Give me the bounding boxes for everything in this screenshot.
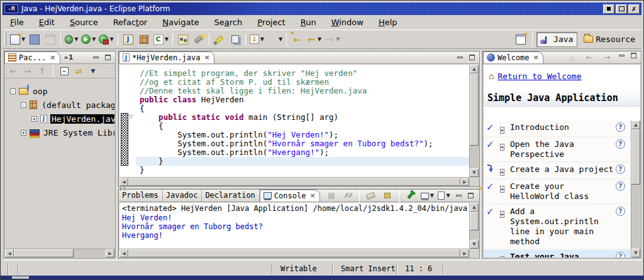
sash-editor-console[interactable] xyxy=(118,187,480,189)
console-tab-problems[interactable]: Problems xyxy=(119,190,163,202)
new-java-project-button[interactable] xyxy=(121,32,136,47)
new-wizard-button[interactable]: ▼ xyxy=(9,32,26,47)
console-tab-declaration[interactable]: Declaration xyxy=(202,190,259,202)
scroll-left-icon[interactable]: ◀ xyxy=(5,249,14,257)
scroll-up-icon[interactable]: ▲ xyxy=(470,65,479,73)
maximize-window-button[interactable] xyxy=(616,4,627,14)
scroll-left-icon[interactable]: ◀ xyxy=(119,249,128,257)
editor-vscrollbar[interactable]: ▲ ▼ xyxy=(469,65,479,177)
dropdown-icon[interactable]: ▼ xyxy=(446,193,450,198)
new-package-button[interactable] xyxy=(136,32,152,47)
editor-tab-hejverden[interactable]: *HejVerden.java × xyxy=(119,51,214,63)
back-button[interactable]: ← xyxy=(582,51,597,64)
next-annotation-button[interactable]: ▼ xyxy=(248,32,265,47)
scroll-down-icon[interactable]: ▼ xyxy=(631,249,640,257)
terminate-button[interactable] xyxy=(324,188,339,203)
new-class-button[interactable]: ▼ xyxy=(152,32,170,47)
dropdown-icon[interactable]: ▼ xyxy=(336,36,340,42)
tree-expander-icon[interactable]: + xyxy=(21,130,26,136)
package-explorer-tree[interactable]: -oop-(default package)+HejVerden.java+JR… xyxy=(5,79,114,249)
scrollbar-thumb[interactable] xyxy=(470,212,479,230)
scroll-right-icon[interactable]: ▶ xyxy=(460,249,469,257)
tree-row[interactable]: -oop xyxy=(5,84,114,98)
code-content[interactable]: //Et simpelt program, der skriver "Hej v… xyxy=(136,65,469,177)
menu-source[interactable]: Source xyxy=(62,16,106,28)
cheatsheet-step-5[interactable]: ✓+Add a System.out.println line in your … xyxy=(484,205,631,250)
tree-row[interactable]: +HejVerden.java xyxy=(5,112,114,126)
open-perspective-button[interactable] xyxy=(513,32,528,47)
scroll-right-icon[interactable]: ▶ xyxy=(106,249,114,257)
clear-console-button[interactable] xyxy=(364,188,379,203)
dropdown-icon[interactable]: ▼ xyxy=(109,36,113,42)
dropdown-icon[interactable]: ▼ xyxy=(260,36,264,42)
menu-help[interactable]: Help xyxy=(371,16,405,28)
forward-button[interactable]: → xyxy=(599,51,614,64)
tree-row[interactable]: +JRE System Library xyxy=(5,126,114,139)
step-help-button[interactable]: ? xyxy=(616,207,625,216)
step-help-button[interactable]: ? xyxy=(616,122,625,132)
perspective-java-button[interactable]: Java xyxy=(536,32,577,47)
dropdown-icon[interactable]: ▼ xyxy=(165,36,169,42)
editor-presentation-button[interactable] xyxy=(228,32,243,47)
up-button[interactable]: ↑ xyxy=(36,65,48,77)
print-button[interactable] xyxy=(43,32,58,47)
collapse-all-button[interactable] xyxy=(58,65,70,77)
minimize-view-button[interactable] xyxy=(617,51,626,60)
step-expander-icon[interactable]: + xyxy=(500,211,504,218)
cheatsheet-step-1[interactable]: ✓+Introduction? xyxy=(484,121,631,137)
step-expander-icon[interactable]: + xyxy=(500,186,504,193)
scroll-down-icon[interactable]: ▼ xyxy=(470,168,479,177)
scroll-up-icon[interactable]: ▲ xyxy=(631,121,640,129)
console-hscrollbar[interactable]: ◀ ▶ xyxy=(119,249,469,257)
welcome-vscrollbar[interactable]: ▲ ▼ xyxy=(631,121,640,257)
maximize-view-button[interactable] xyxy=(103,53,113,62)
previous-annotation-button[interactable]: ▼ xyxy=(266,32,284,47)
welcome-tab[interactable]: Welcome × xyxy=(483,51,543,63)
view-menu-button[interactable]: ▼ xyxy=(87,65,99,77)
step-help-button[interactable]: ? xyxy=(616,139,625,149)
minimize-editor-button[interactable] xyxy=(455,53,465,62)
scrollbar-thumb[interactable] xyxy=(631,129,640,185)
step-help-button[interactable]: ? xyxy=(616,252,625,257)
forward-button[interactable]: → xyxy=(21,65,34,77)
minimize-view-button[interactable] xyxy=(454,191,464,200)
maximize-view-button[interactable] xyxy=(629,51,638,60)
console-tab-javadoc[interactable]: Javadoc xyxy=(163,190,203,202)
dropdown-icon[interactable]: ▼ xyxy=(74,36,78,42)
close-window-button[interactable]: ✗ xyxy=(628,4,640,14)
menu-project[interactable]: Project xyxy=(250,16,293,28)
scrollbar-thumb[interactable] xyxy=(14,249,74,257)
toolbar-drag-handle[interactable] xyxy=(4,33,6,46)
sash-left[interactable] xyxy=(116,51,118,259)
tree-expander-icon[interactable]: - xyxy=(21,102,26,108)
step-expander-icon[interactable]: + xyxy=(500,144,504,151)
return-to-welcome-link[interactable]: Return to Welcome xyxy=(497,72,581,81)
menu-search[interactable]: Search xyxy=(207,16,250,28)
forward-button[interactable]: ▼ xyxy=(323,32,341,47)
tree-expander-icon[interactable]: + xyxy=(31,116,37,122)
editor-hscrollbar[interactable]: ◀ ▶ xyxy=(119,177,469,186)
step-help-button[interactable]: ? xyxy=(616,164,625,174)
step-expander-icon[interactable]: + xyxy=(500,127,504,134)
minimize-window-button[interactable] xyxy=(603,4,614,14)
link-with-editor-button[interactable] xyxy=(72,65,85,77)
console-output-area[interactable]: <terminated> HejVerden [Java Application… xyxy=(119,203,469,249)
last-edit-location-button[interactable] xyxy=(289,32,304,47)
package-explorer-tab[interactable]: Pac... × xyxy=(4,51,60,63)
sash-right[interactable] xyxy=(480,51,482,259)
view-stack-chevron[interactable]: »1 xyxy=(64,53,74,62)
menu-file[interactable]: File xyxy=(3,16,31,28)
scroll-up-icon[interactable]: ▲ xyxy=(470,203,479,212)
cheatsheet-step-3[interactable]: +Create a Java project? xyxy=(484,163,631,180)
save-button[interactable] xyxy=(27,32,42,47)
editor-text-area[interactable]: ▽ //Et simpelt program, der skriver "Hej… xyxy=(119,65,469,177)
tree-row[interactable]: -(default package) xyxy=(5,98,114,112)
open-console-button[interactable]: ▼ xyxy=(436,188,452,203)
dropdown-icon[interactable]: ▼ xyxy=(279,36,282,42)
debug-button[interactable]: ▼ xyxy=(64,32,79,47)
tree-expander-icon[interactable]: - xyxy=(10,89,16,94)
scroll-left-icon[interactable]: ◀ xyxy=(119,178,128,186)
step-help-button[interactable]: ? xyxy=(616,181,625,191)
open-type-button[interactable] xyxy=(175,32,191,47)
cheatsheet-step-6[interactable]: -Test your Java Application? xyxy=(484,250,631,257)
